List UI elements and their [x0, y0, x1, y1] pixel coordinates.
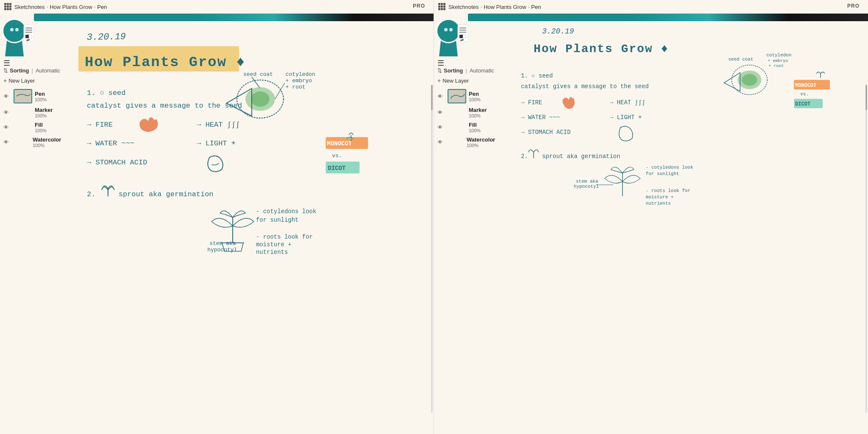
avatar-svg-left: [3, 12, 34, 58]
layer-info-watercolor-left: Watercolor 100%: [33, 136, 61, 148]
breadcrumb-folder-right[interactable]: How Plants Grow: [484, 4, 526, 10]
svg-rect-48: [458, 25, 468, 42]
sorting-row-right[interactable]: ⇅ Sorting | Automatic: [434, 66, 498, 75]
layer-eye-marker-left[interactable]: 👁: [3, 109, 11, 116]
sorting-row-left[interactable]: ⇅ Sorting | Automatic: [0, 66, 64, 75]
layer-fill-right[interactable]: 👁 Fill 100%: [434, 120, 498, 135]
svg-point-1: [10, 28, 14, 31]
scrollbar-thumb-left[interactable]: [431, 85, 433, 110]
layer-opacity-pen-right: 100%: [469, 97, 481, 102]
top-bar-left: Sketchnotes › How Plants Grow › Pen PRO: [0, 0, 434, 14]
sketch-svg-right: 3.20.19 How Plants Grow ♦ seed coat coty…: [500, 14, 868, 434]
breadcrumb-folder[interactable]: How Plants Grow: [50, 4, 92, 10]
layer-eye-fill-right[interactable]: 👁: [437, 124, 445, 131]
sorting-sep-right: |: [466, 67, 467, 74]
svg-point-20: [251, 92, 270, 107]
app-grid-icon[interactable]: [4, 3, 12, 11]
layer-eye-watercolor-left[interactable]: 👁: [3, 139, 9, 145]
svg-rect-3: [24, 25, 34, 42]
pro-badge-left: PRO: [413, 3, 425, 9]
svg-point-18: [237, 80, 284, 118]
layer-info-pen-left: Pen 100%: [35, 91, 47, 102]
layer-info-fill-right: Fill 100%: [469, 122, 481, 133]
canvas-right[interactable]: 3.20.19 How Plants Grow ♦ seed coat coty…: [500, 14, 868, 434]
svg-text:catalyst gives a message to th: catalyst gives a message to the seed: [521, 83, 649, 90]
svg-text:moisture +: moisture +: [646, 195, 674, 200]
layer-eye-fill-left[interactable]: 👁: [3, 124, 11, 131]
layer-eye-watercolor-right[interactable]: 👁: [437, 139, 443, 145]
layer-marker-right[interactable]: 👁 Marker 100%: [434, 105, 498, 120]
sidebar-right: ⇅ Sorting | Automatic + New Layer 👁 Pen …: [434, 66, 498, 150]
scrollbar-left[interactable]: [431, 85, 433, 413]
svg-text:MONOCOT: MONOCOT: [795, 83, 816, 89]
layer-pen-left[interactable]: 👁 Pen 100%: [0, 87, 64, 105]
avatar-left: [3, 12, 33, 54]
svg-text:2.: 2.: [521, 153, 528, 160]
svg-point-62: [737, 70, 761, 89]
new-layer-btn-left[interactable]: + New Layer: [0, 75, 64, 86]
svg-text:seed coat: seed coat: [728, 57, 753, 62]
layer-name-marker-right: Marker: [469, 107, 487, 113]
top-bar-right: Sketchnotes › How Plants Grow › Pen PRO: [434, 0, 868, 14]
svg-rect-29: [326, 137, 368, 149]
svg-text:→ LIGHT  ☀: → LIGHT ☀: [610, 114, 642, 121]
layer-eye-pen-right[interactable]: 👁: [437, 93, 445, 100]
new-layer-label-left: New Layer: [8, 78, 35, 84]
svg-text:cotyledon: cotyledon: [766, 53, 791, 58]
avatar-right: [437, 12, 467, 54]
svg-text:+ embryo: + embryo: [768, 58, 788, 63]
svg-point-45: [437, 20, 459, 42]
breadcrumb-sep2-right: ›: [528, 4, 530, 9]
svg-text:DICOT: DICOT: [795, 101, 810, 107]
breadcrumb-current: Pen: [97, 4, 107, 10]
new-layer-plus-right: +: [437, 77, 441, 84]
canvas-left[interactable]: 3.20.19 How Plants Grow ♦ seed coat coty…: [66, 14, 434, 434]
svg-point-19: [245, 87, 275, 111]
breadcrumb-app[interactable]: Sketchnotes: [14, 4, 45, 10]
layer-eye-pen-left[interactable]: 👁: [3, 93, 11, 100]
svg-text:→ FIRE: → FIRE: [521, 99, 542, 106]
svg-rect-67: [794, 99, 823, 108]
layer-opacity-marker-left: 100%: [35, 113, 53, 118]
layer-name-fill-right: Fill: [469, 122, 481, 128]
sketch-svg-left: 3.20.19 How Plants Grow ♦ seed coat coty…: [66, 14, 434, 434]
sorting-sep-left: |: [32, 67, 33, 74]
layer-watercolor-left[interactable]: 👁 Watercolor 100%: [0, 135, 64, 150]
new-layer-label-right: New Layer: [442, 78, 469, 84]
svg-text:stem aka: stem aka: [576, 179, 598, 184]
svg-text:1.  ○  seed: 1. ○ seed: [521, 72, 553, 79]
sorting-label-left: Sorting: [10, 67, 29, 74]
layers-list-right: 👁 Pen 100% 👁 Marker 100% 👁: [434, 87, 498, 150]
layer-eye-marker-right[interactable]: 👁: [437, 109, 445, 116]
svg-text:How Plants Grow ♦: How Plants Grow ♦: [85, 54, 246, 70]
layer-watercolor-right[interactable]: 👁 Watercolor 100%: [434, 135, 498, 150]
scrollbar-thumb-right[interactable]: [865, 85, 867, 110]
sorting-value-right: Automatic: [470, 67, 494, 74]
new-layer-btn-right[interactable]: + New Layer: [434, 75, 498, 86]
layer-opacity-watercolor-left: 100%: [33, 143, 61, 148]
svg-text:→ STOMACH ACID: → STOMACH ACID: [521, 129, 570, 136]
layer-marker-left[interactable]: 👁 Marker 100%: [0, 105, 64, 120]
right-panel: Sketchnotes › How Plants Grow › Pen PRO …: [434, 0, 868, 434]
svg-text:seed coat: seed coat: [243, 71, 273, 78]
svg-text:- cotyledons look: - cotyledons look: [256, 208, 316, 215]
svg-text:vs.: vs.: [800, 92, 809, 97]
pro-badge-right: PRO: [847, 3, 860, 9]
svg-text:→ LIGHT  ☀: → LIGHT ☀: [197, 139, 236, 147]
layer-fill-left[interactable]: 👁 Fill 100%: [0, 120, 64, 135]
sort-icon-left: ⇅: [3, 67, 8, 74]
svg-text:catalyst gives a message to th: catalyst gives a message to the seed: [87, 102, 242, 110]
svg-text:stem aka: stem aka: [209, 240, 236, 247]
app-grid-icon-right[interactable]: [438, 3, 446, 11]
scrollbar-right[interactable]: [865, 85, 867, 413]
layer-pen-right[interactable]: 👁 Pen 100%: [434, 87, 498, 105]
svg-text:→ WATER  ~~~: → WATER ~~~: [87, 139, 134, 147]
svg-text:+ root: + root: [768, 64, 784, 68]
svg-text:for sunlight: for sunlight: [646, 171, 679, 176]
svg-point-47: [449, 28, 453, 31]
svg-text:sprout aka germination: sprout aka germination: [542, 153, 620, 160]
svg-text:→ FIRE: → FIRE: [87, 121, 113, 129]
breadcrumb-app-right[interactable]: Sketchnotes: [448, 4, 479, 10]
svg-rect-64: [794, 80, 830, 89]
svg-text:3.20.19: 3.20.19: [87, 31, 126, 43]
